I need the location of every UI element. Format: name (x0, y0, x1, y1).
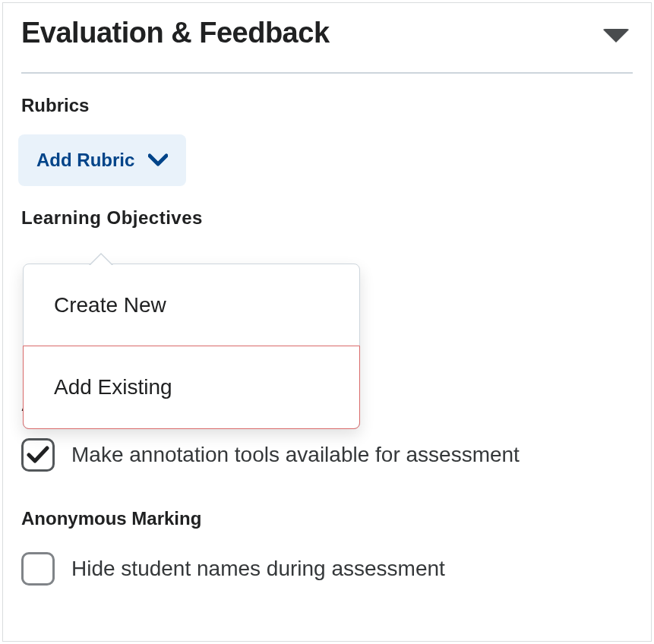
menu-item-add-existing[interactable]: Add Existing (23, 346, 360, 429)
panel-header[interactable]: Evaluation & Feedback (21, 17, 633, 49)
panel-title: Evaluation & Feedback (21, 17, 602, 49)
anonymous-checkbox-row: Hide student names during assessment (21, 552, 633, 586)
annotation-checkbox[interactable] (21, 438, 55, 472)
annotation-checkbox-label: Make annotation tools available for asse… (71, 443, 520, 467)
add-rubric-button[interactable]: Add Rubric (18, 134, 186, 186)
evaluation-feedback-panel: Evaluation & Feedback Rubrics Add Rubric… (2, 2, 652, 642)
chevron-down-icon (148, 153, 168, 167)
annotation-checkbox-row: Make annotation tools available for asse… (21, 438, 633, 472)
collapse-caret-icon[interactable] (602, 29, 630, 43)
divider (21, 72, 633, 74)
rubrics-label: Rubrics (21, 95, 633, 116)
add-rubric-label: Add Rubric (36, 150, 134, 171)
menu-item-create-new[interactable]: Create New (24, 264, 359, 346)
anonymous-marking-label: Anonymous Marking (21, 508, 633, 529)
anonymous-checkbox[interactable] (21, 552, 55, 586)
learning-objectives-label: Learning Objectives (21, 207, 633, 229)
anonymous-checkbox-label: Hide student names during assessment (71, 557, 445, 581)
add-rubric-dropdown: Create New Add Existing (23, 264, 360, 429)
